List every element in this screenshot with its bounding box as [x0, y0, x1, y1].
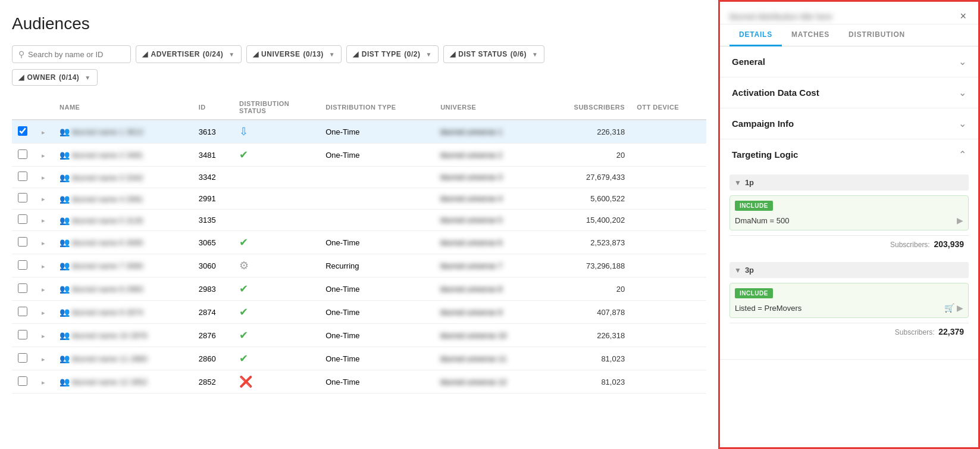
row-dist-type: One-Time [320, 324, 434, 347]
tab-matches[interactable]: MATCHES [782, 24, 839, 46]
audience-icon: 👥 [60, 284, 70, 294]
row-checkbox[interactable] [18, 193, 27, 202]
row-id: 2991 [193, 188, 233, 210]
right-panel: blurred distribution title here × DETAIL… [718, 0, 980, 449]
table-row[interactable]: ▸ 👥 blurred name 4 2991 2991 blurred uni… [12, 188, 706, 210]
check-circle-icon: ✔ [239, 306, 248, 318]
row-id: 3135 [193, 210, 233, 231]
chevron-right-icon[interactable]: ▶ [957, 216, 963, 225]
audience-name: blurred name 1 3613 [72, 127, 143, 136]
col-ott: OTT DEVICE [631, 95, 706, 120]
expand-button[interactable]: ▸ [39, 379, 48, 386]
dist-type-filter[interactable]: ◢ DIST TYPE (0/2) ▼ [346, 45, 439, 63]
row-checkbox[interactable] [18, 376, 27, 386]
universe-label: UNIVERSE [261, 50, 300, 58]
universe-filter[interactable]: ◢ UNIVERSE (0/13) ▼ [246, 45, 342, 63]
table-row[interactable]: ▸ 👥 blurred name 12 2852 2852 ❌ One-Time… [12, 370, 706, 394]
row-ott [631, 301, 706, 324]
row-checkbox[interactable] [18, 307, 27, 316]
row-dist-status: ✔ [233, 324, 320, 347]
owner-label: OWNER [27, 73, 57, 82]
audience-icon: 👥 [60, 307, 70, 317]
row-dist-type [320, 167, 434, 188]
tab-distribution[interactable]: DISTRIBUTION [839, 24, 915, 46]
advertiser-filter[interactable]: ◢ ADVERTISER (0/24) ▼ [136, 45, 242, 63]
table-row[interactable]: ▸ 👥 blurred name 5 3135 3135 blurred uni… [12, 210, 706, 231]
owner-filter[interactable]: ◢ OWNER (0/14) ▼ [12, 69, 98, 86]
group-1p-header[interactable]: ▼ 1p [729, 174, 969, 191]
rule-1p: DmaNum = 500 ▶ [730, 213, 968, 230]
row-checkbox[interactable] [18, 172, 27, 181]
table-row[interactable]: ▸ 👥 blurred name 6 3065 3065 ✔ One-Time … [12, 231, 706, 254]
chevron-down-icon: ▼ [329, 51, 335, 58]
audience-name: blurred name 11 2860 [72, 354, 148, 363]
table-row[interactable]: ▸ 👥 blurred name 11 2860 2860 ✔ One-Time… [12, 347, 706, 370]
table-row[interactable]: ▸ 👥 blurred name 3 3342 3342 blurred uni… [12, 167, 706, 188]
row-checkbox[interactable] [18, 260, 27, 270]
expand-button[interactable]: ▸ [39, 129, 48, 136]
chevron-down-icon: ▼ [425, 51, 431, 58]
row-checkbox[interactable] [18, 353, 27, 363]
row-universe: blurred universe 12 [434, 370, 543, 394]
col-subscribers: SUBSCRIBERS [543, 95, 631, 120]
chevron-right-icon[interactable]: ▶ [957, 303, 963, 313]
expand-button[interactable]: ▸ [39, 332, 48, 340]
row-universe: blurred universe 4 [434, 188, 543, 210]
group-3p-header[interactable]: ▼ 3p [729, 262, 969, 278]
table-row[interactable]: ▸ 👥 blurred name 7 3060 3060 ⚙ Recurring… [12, 254, 706, 277]
dist-status-filter[interactable]: ◢ DIST STATUS (0/6) ▼ [443, 45, 544, 63]
expand-button[interactable]: ▸ [39, 263, 48, 270]
row-subscribers: 226,318 [543, 120, 631, 144]
chevron-down-icon: ▼ [532, 51, 538, 58]
row-id: 3065 [193, 231, 233, 254]
chevron-up-icon: ⌃ [959, 149, 966, 160]
table-row[interactable]: ▸ 👥 blurred name 9 2874 2874 ✔ One-Time … [12, 301, 706, 324]
expand-button[interactable]: ▸ [39, 174, 48, 182]
section-general-header[interactable]: General ⌄ [720, 46, 978, 77]
row-checkbox[interactable] [18, 214, 27, 224]
section-campaign-header[interactable]: Campaign Info ⌄ [720, 108, 978, 139]
row-subscribers: 226,318 [543, 324, 631, 347]
targeting-group-3p: ▼ 3p INCLUDE Listed = PreMovers 🛒 ▶ [729, 262, 969, 340]
audiences-table-wrap: NAME ID DISTRIBUTIONSTATUS DISTRIBUTION … [12, 95, 706, 394]
subscribers-3p-prefix: Subscribers: [895, 328, 935, 336]
search-box[interactable]: ⚲ [12, 45, 131, 63]
section-targeting-title: Targeting Logic [732, 149, 798, 160]
expand-button[interactable]: ▸ [39, 152, 48, 160]
section-activation-title: Activation Data Cost [732, 88, 819, 98]
section-campaign: Campaign Info ⌄ [720, 108, 978, 139]
cart-icon[interactable]: 🛒 [944, 303, 954, 313]
include-block-1p: INCLUDE DmaNum = 500 ▶ [729, 195, 969, 230]
close-button[interactable]: × [957, 9, 969, 24]
tab-details[interactable]: DETAILS [729, 24, 782, 46]
expand-button[interactable]: ▸ [39, 217, 48, 224]
audience-icon: 👥 [60, 377, 70, 386]
col-id: ID [193, 95, 233, 120]
row-dist-status: ✔ [233, 347, 320, 370]
audience-icon: 👥 [60, 261, 70, 270]
row-checkbox[interactable] [18, 283, 27, 293]
row-checkbox[interactable] [18, 237, 27, 247]
table-row[interactable]: ▸ 👥 blurred name 1 3613 3613 ⇩ One-Time … [12, 120, 706, 144]
table-row[interactable]: ▸ 👥 blurred name 10 2876 2876 ✔ One-Time… [12, 324, 706, 347]
filter-icon: ◢ [450, 50, 456, 58]
expand-button[interactable]: ▸ [39, 286, 48, 294]
section-campaign-title: Campaign Info [732, 119, 794, 129]
table-row[interactable]: ▸ 👥 blurred name 2 3481 3481 ✔ One-Time … [12, 144, 706, 167]
expand-button[interactable]: ▸ [39, 195, 48, 203]
owner-count: (0/14) [59, 73, 79, 82]
row-checkbox[interactable] [18, 126, 27, 136]
chevron-down-icon: ▼ [84, 74, 90, 81]
row-id: 2876 [193, 324, 233, 347]
search-input[interactable] [28, 50, 123, 59]
expand-button[interactable]: ▸ [39, 356, 48, 363]
table-row[interactable]: ▸ 👥 blurred name 8 2983 2983 ✔ One-Time … [12, 277, 706, 301]
section-activation-header[interactable]: Activation Data Cost ⌄ [720, 77, 978, 108]
audience-name: blurred name 5 3135 [72, 216, 143, 225]
expand-button[interactable]: ▸ [39, 309, 48, 317]
row-checkbox[interactable] [18, 330, 27, 339]
row-checkbox[interactable] [18, 149, 27, 159]
section-targeting-header[interactable]: Targeting Logic ⌃ [720, 139, 978, 170]
audiences-table: NAME ID DISTRIBUTIONSTATUS DISTRIBUTION … [12, 95, 706, 394]
expand-button[interactable]: ▸ [39, 239, 48, 247]
